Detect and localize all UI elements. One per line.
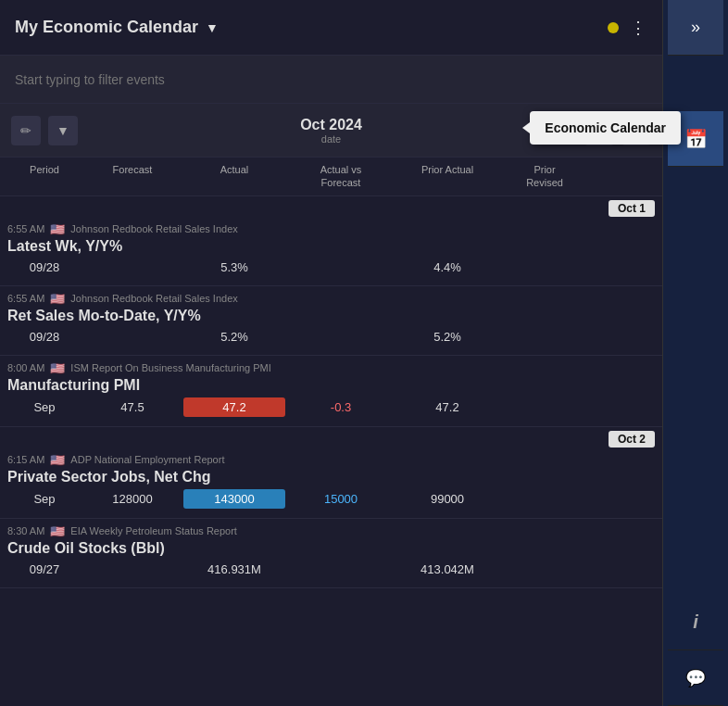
- col-actual-vs-forecast: Actual vsForecast: [285, 163, 396, 190]
- event-time-4: 6:15 AM: [7, 454, 44, 465]
- chat-sidebar-button[interactable]: 💬: [668, 650, 723, 706]
- event-time-1: 6:55 AM: [7, 223, 44, 234]
- data-forecast-2: [82, 334, 183, 338]
- event-item-3: 8:00 AM 🇺🇸 ISM Report On Business Manufa…: [0, 356, 662, 427]
- data-period-4: Sep: [7, 490, 82, 508]
- search-bar: [0, 56, 662, 104]
- event-time-5: 8:30 AM: [7, 525, 44, 536]
- date-dropdown-button[interactable]: ▼: [48, 116, 78, 145]
- data-forecast-5: [82, 567, 183, 571]
- event-item-1: 6:55 AM 🇺🇸 Johnson Redbook Retail Sales …: [0, 217, 662, 286]
- title-dropdown-arrow[interactable]: ▼: [206, 20, 219, 35]
- event-time-3: 8:00 AM: [7, 362, 44, 373]
- event-item-5: 8:30 AM 🇺🇸 EIA Weekly Petroleum Status R…: [0, 519, 662, 588]
- data-actual-5: 416.931M: [183, 561, 285, 578]
- event-item-2: 6:55 AM 🇺🇸 Johnson Redbook Retail Sales …: [0, 286, 662, 356]
- data-avf-1: [285, 265, 396, 269]
- data-avf-3: -0.3: [285, 398, 396, 416]
- data-prev-revised-5: [498, 567, 591, 571]
- event-data-5: 09/27 416.931M 413.042M: [7, 561, 655, 578]
- event-title-5: Crude Oil Stocks (Bbl): [7, 540, 655, 557]
- data-actual-2: 5.2%: [183, 328, 285, 346]
- tooltip-text: Economic Calendar: [545, 120, 666, 135]
- expand-button[interactable]: »: [668, 0, 723, 56]
- chat-icon: 💬: [685, 668, 706, 688]
- nav-bar: ✏ ▼ Oct 2024 date ▶ ▲ Economic Calendar: [0, 104, 662, 158]
- edit-icon: ✏: [20, 123, 31, 138]
- event-source-4: ADP National Employment Report: [70, 454, 224, 465]
- data-prev-revised-4: [498, 497, 591, 500]
- date-display: Oct 2024 date: [85, 117, 577, 145]
- event-time-row-3: 8:00 AM 🇺🇸 ISM Report On Business Manufa…: [7, 361, 655, 375]
- event-data-1: 09/28 5.3% 4.4%: [7, 258, 655, 276]
- tooltip-popup: Economic Calendar: [530, 111, 681, 145]
- event-source-1: Johnson Redbook Retail Sales Index: [70, 223, 237, 234]
- event-title-2: Ret Sales Mo-to-Date, Y/Y%: [7, 308, 655, 324]
- data-prev-revised-1: [498, 265, 591, 269]
- content-area[interactable]: Oct 1 6:55 AM 🇺🇸 Johnson Redbook Retail …: [0, 196, 662, 706]
- data-actual-3: 47.2: [183, 397, 285, 417]
- data-forecast-4: 128000: [82, 490, 183, 508]
- event-title-1: Latest Wk, Y/Y%: [7, 238, 655, 255]
- header-left: My Economic Calendar ▼: [15, 18, 219, 37]
- event-data-4: Sep 128000 143000 15000 99000: [7, 489, 655, 509]
- event-title-3: Manufacturing PMI: [7, 377, 655, 394]
- expand-icon: »: [691, 18, 700, 37]
- info-icon: i: [693, 611, 698, 633]
- date-badge-row-oct1: Oct 1: [0, 196, 662, 217]
- date-badge-oct1: Oct 1: [609, 200, 655, 217]
- event-data-3: Sep 47.5 47.2 -0.3 47.2: [7, 397, 655, 417]
- event-time-row-2: 6:55 AM 🇺🇸 Johnson Redbook Retail Sales …: [7, 292, 655, 306]
- flag-icon-1: 🇺🇸: [50, 222, 65, 236]
- event-item-4: 6:15 AM 🇺🇸 ADP National Employment Repor…: [0, 448, 662, 519]
- kebab-menu-button[interactable]: ⋮: [630, 18, 647, 38]
- app-title: My Economic Calendar: [15, 18, 198, 37]
- flag-icon-5: 🇺🇸: [50, 524, 65, 538]
- col-prior-revised: PriorRevised: [498, 163, 591, 190]
- event-source-2: Johnson Redbook Retail Sales Index: [70, 293, 237, 304]
- col-forecast: Forecast: [82, 163, 183, 190]
- current-date: Oct 2024: [300, 117, 362, 133]
- info-sidebar-button[interactable]: i: [668, 595, 723, 650]
- dropdown-icon: ▼: [56, 123, 69, 138]
- event-source-5: EIA Weekly Petroleum Status Report: [70, 525, 237, 536]
- data-period-1: 09/28: [7, 258, 82, 276]
- event-time-2: 6:55 AM: [7, 293, 44, 304]
- status-dot: [608, 22, 619, 33]
- data-avf-4: 15000: [285, 490, 396, 508]
- flag-icon-4: 🇺🇸: [50, 453, 65, 467]
- data-prior-2: 5.2%: [396, 328, 498, 346]
- data-prior-1: 4.4%: [396, 258, 498, 276]
- event-title-4: Private Sector Jobs, Net Chg: [7, 469, 655, 485]
- data-period-5: 09/27: [7, 561, 82, 578]
- col-prior-actual: Prior Actual: [396, 163, 498, 190]
- header: My Economic Calendar ▼ ⋮: [0, 0, 662, 56]
- event-data-2: 09/28 5.2% 5.2%: [7, 328, 655, 346]
- data-actual-1: 5.3%: [183, 258, 285, 276]
- right-sidebar: » 📅 i 💬: [663, 0, 728, 706]
- header-right: ⋮: [608, 18, 647, 38]
- event-time-row-5: 8:30 AM 🇺🇸 EIA Weekly Petroleum Status R…: [7, 524, 655, 538]
- main-panel: My Economic Calendar ▼ ⋮ ✏ ▼ Oct 2024 da…: [0, 0, 663, 706]
- flag-icon-2: 🇺🇸: [50, 292, 65, 306]
- data-avf-2: [285, 334, 396, 338]
- data-prior-3: 47.2: [396, 398, 498, 416]
- data-forecast-3: 47.5: [82, 398, 183, 416]
- data-prev-revised-3: [498, 405, 591, 409]
- search-input[interactable]: [15, 72, 647, 87]
- col-period: Period: [7, 163, 82, 190]
- data-actual-4: 143000: [183, 489, 285, 509]
- data-prev-revised-2: [498, 334, 591, 338]
- data-forecast-1: [82, 265, 183, 269]
- data-period-3: Sep: [7, 398, 82, 416]
- date-badge-row-oct2: Oct 2: [0, 427, 662, 448]
- data-period-2: 09/28: [7, 328, 82, 346]
- date-badge-oct2: Oct 2: [609, 431, 655, 448]
- edit-button[interactable]: ✏: [11, 116, 41, 145]
- event-time-row-1: 6:55 AM 🇺🇸 Johnson Redbook Retail Sales …: [7, 222, 655, 236]
- event-time-row-4: 6:15 AM 🇺🇸 ADP National Employment Repor…: [7, 453, 655, 467]
- data-prior-5: 413.042M: [396, 561, 498, 578]
- data-avf-5: [285, 567, 396, 571]
- data-prior-4: 99000: [396, 490, 498, 508]
- event-source-3: ISM Report On Business Manufacturing PMI: [70, 362, 270, 373]
